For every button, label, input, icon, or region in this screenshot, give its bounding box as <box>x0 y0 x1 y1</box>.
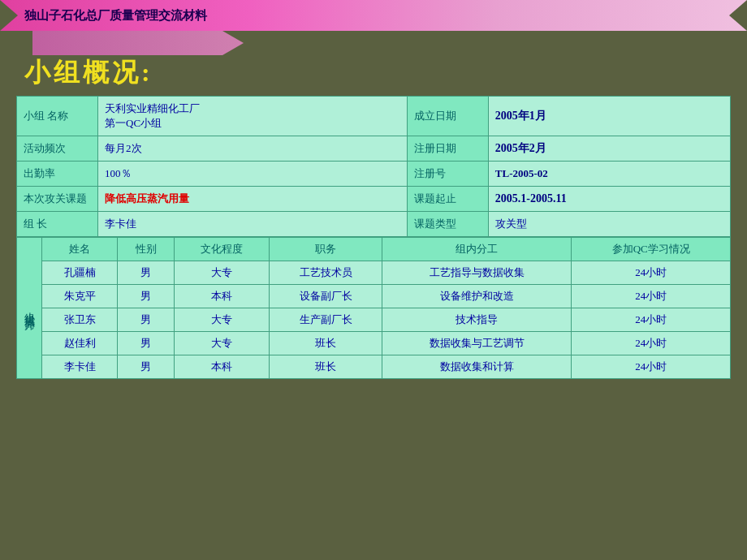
member-row-4-col-2: 本科 <box>175 355 270 379</box>
member-row-1-col-0: 朱克平 <box>42 285 118 308</box>
member-row-4-col-0: 李卡佳 <box>42 355 118 379</box>
info-label2-1: 注册日期 <box>407 136 488 162</box>
member-row-2-col-5: 24小时 <box>572 308 731 332</box>
member-row-2-col-1: 男 <box>118 308 175 332</box>
member-row-1-col-3: 设备副厂长 <box>269 285 382 308</box>
info-value-3: 降低高压蒸汽用量 <box>98 187 408 212</box>
member-col-header-5: 参加QC学习情况 <box>572 238 731 261</box>
main-table-container: 小组 名称天利实业精细化工厂第一QC小组成立日期2005年1月活动频次每月2次注… <box>16 96 731 544</box>
member-row-3-col-4: 数据收集与工艺调节 <box>382 332 572 355</box>
member-row-2-col-0: 张卫东 <box>42 308 118 332</box>
member-row-4-col-5: 24小时 <box>572 355 731 379</box>
info-value2-3: 2005.1-2005.11 <box>488 187 730 212</box>
member-row-4-col-4: 数据收集和计算 <box>382 355 572 379</box>
info-value-1: 每月2次 <box>98 136 408 162</box>
member-row-4-col-3: 班长 <box>269 355 382 379</box>
info-label2-3: 课题起止 <box>407 187 488 212</box>
section-title: 小组概况: <box>24 55 153 91</box>
info-value2-0: 2005年1月 <box>488 97 730 136</box>
member-col-header-2: 文化程度 <box>175 238 270 261</box>
member-row-1-col-4: 设备维护和改造 <box>382 285 572 308</box>
member-row-0-col-1: 男 <box>118 261 175 285</box>
member-row-1-col-1: 男 <box>118 285 175 308</box>
info-label-4: 组 长 <box>17 212 98 237</box>
member-row-3-col-5: 24小时 <box>572 332 731 355</box>
info-value2-4: 攻关型 <box>488 212 730 237</box>
member-row-2-col-2: 大专 <box>175 308 270 332</box>
info-value-0: 天利实业精细化工厂第一QC小组 <box>98 97 408 136</box>
member-col-header-4: 组内分工 <box>382 238 572 261</box>
info-label-0: 小组 名称 <box>17 97 98 136</box>
info-value2-2: TL-2005-02 <box>488 162 730 187</box>
member-col-header-0: 姓名 <box>42 238 118 261</box>
header-title: 独山子石化总厂质量管理交流材料 <box>8 8 207 24</box>
header-arrow-left <box>0 0 18 31</box>
info-label-1: 活动频次 <box>17 136 98 162</box>
member-section-label: 小组成员简介 <box>17 238 42 379</box>
member-row-1-col-2: 本科 <box>175 285 270 308</box>
member-row-0-col-3: 工艺技术员 <box>269 261 382 285</box>
info-label2-0: 成立日期 <box>407 97 488 136</box>
member-table: 小组成员简介姓名性别文化程度职务组内分工参加QC学习情况孔疆楠男大专工艺技术员工… <box>16 237 731 379</box>
member-row-2-col-3: 生产副厂长 <box>269 308 382 332</box>
info-label2-2: 注册号 <box>407 162 488 187</box>
info-label-2: 出勤率 <box>17 162 98 187</box>
member-row-3-col-1: 男 <box>118 332 175 355</box>
header-arrow-right <box>729 0 747 31</box>
member-row-0-col-0: 孔疆楠 <box>42 261 118 285</box>
member-col-header-3: 职务 <box>269 238 382 261</box>
arrow-decoration <box>32 31 244 55</box>
member-row-3-col-3: 班长 <box>269 332 382 355</box>
header-banner: 独山子石化总厂质量管理交流材料 <box>0 0 747 31</box>
member-row-0-col-4: 工艺指导与数据收集 <box>382 261 572 285</box>
info-value-2: 100％ <box>98 162 408 187</box>
member-row-3-col-0: 赵佳利 <box>42 332 118 355</box>
member-row-0-col-5: 24小时 <box>572 261 731 285</box>
member-row-2-col-4: 技术指导 <box>382 308 572 332</box>
member-row-4-col-1: 男 <box>118 355 175 379</box>
member-row-0-col-2: 大专 <box>175 261 270 285</box>
member-row-3-col-2: 大专 <box>175 332 270 355</box>
info-label-3: 本次攻关课题 <box>17 187 98 212</box>
member-row-1-col-5: 24小时 <box>572 285 731 308</box>
info-table: 小组 名称天利实业精细化工厂第一QC小组成立日期2005年1月活动频次每月2次注… <box>16 96 731 237</box>
info-label2-4: 课题类型 <box>407 212 488 237</box>
info-value-4: 李卡佳 <box>98 212 408 237</box>
member-col-header-1: 性别 <box>118 238 175 261</box>
info-value2-1: 2005年2月 <box>488 136 730 162</box>
